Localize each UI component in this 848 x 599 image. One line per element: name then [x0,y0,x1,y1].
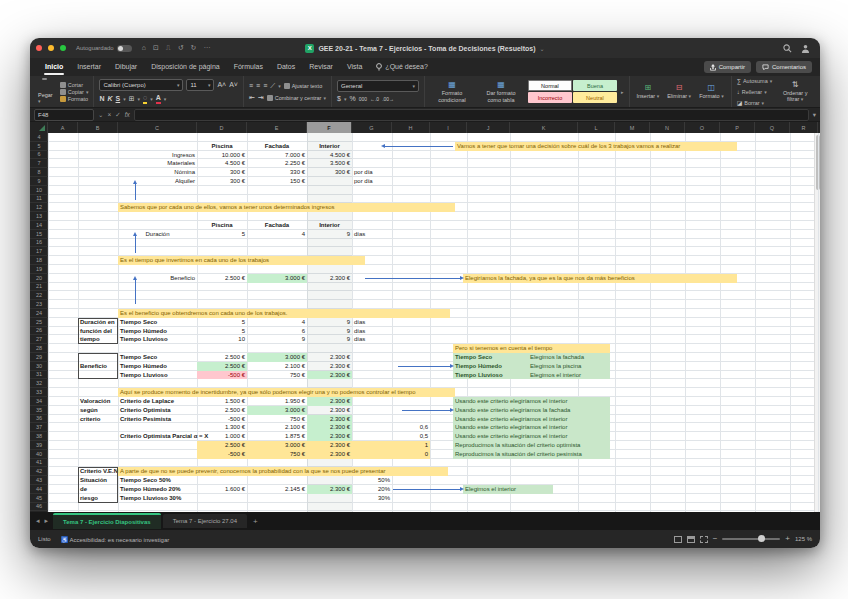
cell-F36[interactable]: 2.300 € [307,415,352,424]
cell-F29[interactable]: 2.300 € [307,353,352,362]
percent-button[interactable]: % [349,94,355,104]
cell-G15[interactable]: días [352,230,392,239]
column-header-D[interactable]: D [197,122,247,133]
column-header-I[interactable]: I [430,122,467,133]
font-size-select[interactable]: 11▾ [186,79,214,91]
search-icon[interactable] [783,44,792,53]
cell-B42[interactable]: Criterio V.E.N [78,467,118,476]
close-window-button[interactable] [36,45,42,51]
cell-D5[interactable]: Piscina [197,142,247,151]
cell-F30[interactable]: 2.300 € [307,362,352,371]
row-header-33[interactable]: 33 [30,388,48,397]
column-header-P[interactable]: P [720,122,755,133]
cell-C31[interactable]: Tiempo Lluvioso [118,371,197,380]
cell-D6[interactable]: 10.000 € [197,151,247,160]
cell-C38[interactable]: Criterio Optimista Parcial α = X [118,432,197,441]
cell-F35[interactable]: 2.300 € [307,406,352,415]
cell-C44[interactable]: Tiempo Húmedo 20% [118,485,197,494]
align-top-icon[interactable]: ≡ [249,81,253,91]
cell-C36[interactable]: Criterio Pesimista [118,415,197,424]
note-cell[interactable]: Usando este criterio elegiríamos el inte… [453,432,610,441]
row-header-39[interactable]: 39 [30,441,48,450]
connector-arrow[interactable] [135,280,136,304]
cell-B34[interactable]: Valoración [78,397,118,406]
row-header-38[interactable]: 38 [30,432,48,441]
row-header-35[interactable]: 35 [30,406,48,415]
note-cell[interactable]: Reproducimos la situación del criterio o… [453,441,610,450]
note-cell[interactable]: Sabemos que por cada uno de ellos, vamos… [118,203,455,212]
cell-E36[interactable]: 750 € [247,415,307,424]
row-header-11[interactable]: 11 [30,195,48,204]
cell-G40[interactable] [352,450,392,459]
cell-G27[interactable]: días [352,335,392,344]
wrap-text-button[interactable]: Ajustar texto [284,83,323,89]
cell-F14[interactable]: Interior [307,221,352,230]
column-header-J[interactable]: J [467,122,510,133]
clear-button[interactable]: ◪Borrar ▾ [737,98,773,108]
cell-E15[interactable]: 4 [247,230,307,239]
cell-F8[interactable]: 300 € [307,168,352,177]
row-header-23[interactable]: 23 [30,300,48,309]
cell-D14[interactable]: Piscina [197,221,247,230]
font-family-select[interactable]: Calibri (Cuerpo)▾ [99,79,183,91]
autosum-button[interactable]: ∑Autosuma ▾ [737,76,773,86]
column-header-B[interactable]: B [78,122,118,133]
connector-arrow[interactable] [398,366,450,367]
note-cell[interactable]: Usando este criterio elegiríamos la fach… [453,406,610,415]
note-cell[interactable]: Elegimos el interior [528,371,610,380]
cell-G9[interactable]: por día [352,177,392,186]
cell-style-buena[interactable]: Buena [573,80,617,91]
note-cell[interactable]: Elegimos el interior [463,485,553,494]
row-header-22[interactable]: 22 [30,291,48,300]
cell-C8[interactable]: Nómina [118,168,197,177]
cell-D36[interactable]: -500 € [197,415,247,424]
vertical-scrollbar[interactable] [814,133,820,512]
row-header-42[interactable]: 42 [30,467,48,476]
borders-button[interactable]: ⊞ [129,94,135,104]
prev-sheet-icon[interactable]: ◂ [36,517,40,525]
cell-B27[interactable]: tiempo [78,335,118,344]
minimize-window-button[interactable] [48,45,54,51]
cell-D40[interactable]: -500 € [197,450,247,459]
note-cell[interactable]: Tiempo Húmedo [453,362,528,371]
cell-F20[interactable]: 2.300 € [307,274,352,283]
cell-F15[interactable]: 9 [307,230,352,239]
format-as-table-button[interactable]: ▦ Dar formato como tabla [478,80,524,102]
more-commands-icon[interactable]: ⋯ [203,38,210,58]
zoom-level[interactable]: 125 % [795,536,812,542]
decrease-font-icon[interactable]: A˅ [229,80,238,90]
cell-C15[interactable]: Duración [118,230,197,239]
cell-E38[interactable]: 1.875 € [247,432,307,441]
bold-button[interactable]: N [99,94,104,103]
cell-G8[interactable]: por día [352,168,392,177]
menu-tab-revisar[interactable]: Revisar [302,58,340,76]
cell-G43[interactable]: 50% [352,476,392,485]
cell-D37[interactable]: 1.300 € [197,423,247,432]
note-cell[interactable]: Aquí se produce momento de incertidumbre… [118,388,455,397]
cell-C34[interactable]: Criterio de Laplace [118,397,197,406]
row-header-13[interactable]: 13 [30,212,48,221]
cell-G44[interactable]: 20% [352,485,392,494]
cell-E39[interactable]: 3.000 € [247,441,307,450]
column-header-F[interactable]: F [307,122,352,133]
cell-D8[interactable]: 300 € [197,168,247,177]
cell-C35[interactable]: Criterio Optimista [118,406,197,415]
decrease-decimal-button[interactable]: .00→ [382,94,394,104]
row-header-45[interactable]: 45 [30,494,48,503]
row-header-19[interactable]: 19 [30,265,48,274]
cell-D31[interactable]: -500 € [197,371,247,380]
cell-E34[interactable]: 1.950 € [247,397,307,406]
align-middle-icon[interactable]: ≡ [256,81,260,91]
fx-icon[interactable]: fx [125,111,130,118]
column-header-M[interactable]: M [615,122,650,133]
column-header-L[interactable]: L [578,122,615,133]
connector-arrow[interactable] [135,236,136,253]
row-header-5[interactable]: 5 [30,142,48,151]
column-header-N[interactable]: N [650,122,685,133]
row-header-31[interactable]: 31 [30,371,48,380]
orientation-icon[interactable]: ⟋ [270,81,275,91]
row-header-28[interactable]: 28 [30,344,48,353]
cell-D27[interactable]: 10 [197,335,247,344]
enter-icon[interactable]: ✓ [115,111,120,119]
cell-C20[interactable]: Beneficio [118,274,197,283]
